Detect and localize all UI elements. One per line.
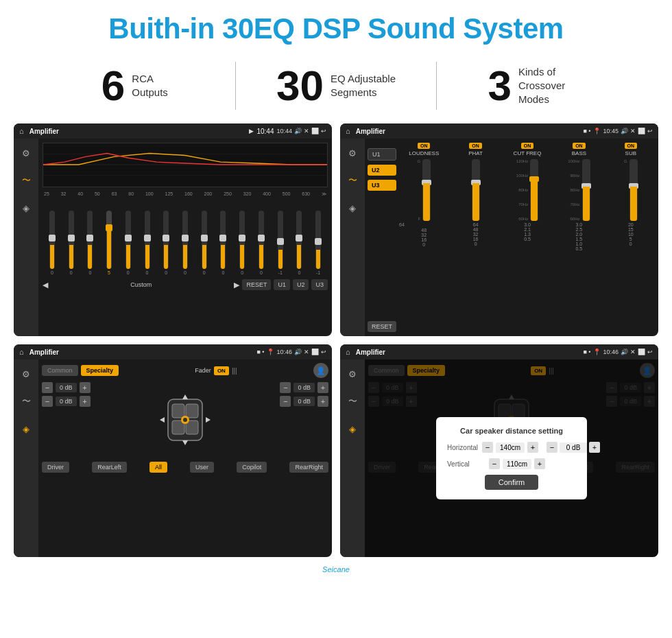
driver-btn-3[interactable]: Driver [42,462,69,473]
screen1-title: Amplifier [29,128,247,135]
vertical-minus[interactable]: − [489,458,500,469]
sub-slider[interactable] [629,159,638,221]
stat-rca: 6 RCAOutputs [41,64,228,107]
stat-crossover-label: Kinds ofCrossover Modes [518,65,587,107]
sub-control: ON SUB G 20 15 1 [606,143,656,332]
cutfreq-freq-labels: 120Hz100Hz80Hz70Hz60Hz [516,159,528,221]
db-plus-rl[interactable]: + [80,396,91,407]
sidebar-eq-icon-3[interactable]: ⚙ [17,365,35,383]
db-minus-rl[interactable]: − [42,396,53,407]
eq-slider-5[interactable]: 0 [139,211,156,275]
db-minus-fr[interactable]: − [280,382,291,393]
eq-slider-1[interactable]: 0 [63,211,80,275]
horizontal-minus[interactable]: − [482,442,493,453]
sidebar-wave-icon-2[interactable]: 〜 [344,172,361,189]
dialog-minus-h[interactable]: − [547,442,557,453]
bass-on[interactable]: ON [573,143,586,149]
copilot-btn-3[interactable]: Copilot [237,462,267,473]
db-minus-rr[interactable]: − [280,396,291,407]
eq-slider-4[interactable]: 0 [120,211,136,275]
prev-button[interactable]: ◀ [43,281,48,290]
stats-row: 6 RCAOutputs 30 EQ AdjustableSegments 3 … [0,52,672,119]
confirm-button[interactable]: Confirm [485,475,539,490]
left-sidebar-3: ⚙ 〜 ◈ [14,359,38,557]
u1-button[interactable]: U1 [274,279,290,290]
fader-top: Common Specialty Fader ON ||| 👤 [42,363,328,378]
sidebar-speaker-icon-3[interactable]: ◈ [17,420,35,438]
home-icon-3[interactable]: ⌂ [19,348,24,356]
eq-slider-9[interactable]: 0 [215,211,232,275]
screen-fader-dialog: ⌂ Amplifier ■ • 📍 10:46 🔊 ✕ ⬜ ↩ ⚙ 〜 ◈ [340,344,658,557]
sub-freq-labels: G [624,159,627,221]
sidebar-speaker-icon-4[interactable]: ◈ [344,420,361,438]
speaker-diagram-svg [147,382,223,458]
loudness-slider[interactable] [422,159,431,221]
sidebar-speaker-icon-2[interactable]: ◈ [344,199,361,217]
reset-label-2[interactable]: RESET [368,321,396,332]
u3-label[interactable]: U3 [368,180,396,191]
eq-slider-14[interactable]: -1 [310,211,326,275]
rearleft-btn-3[interactable]: RearLeft [92,462,127,473]
horizontal-plus[interactable]: + [527,442,538,453]
window-icon-2: ⬜ [638,128,645,134]
close-icon-1: ✕ [304,128,309,134]
eq-slider-13[interactable]: 0 [291,211,308,275]
eq-slider-7[interactable]: 0 [177,211,193,275]
u1-label[interactable]: U1 [368,148,396,161]
phat-label: PHAT [468,150,483,156]
fader-dialog-main: Common Specialty ON ||| 👤 − 0 dB [365,359,658,557]
cutfreq-on[interactable]: ON [521,143,534,149]
back-icon-4: ↩ [647,348,653,355]
eq-freq-labels: 2532405063 80100125160200 25032040050063… [43,191,328,197]
fader-on-toggle[interactable]: ON [214,366,229,375]
eq-slider-3[interactable]: 5 [101,211,117,275]
eq-slider-11[interactable]: 0 [253,211,269,275]
eq-slider-6[interactable]: 0 [158,211,174,275]
u2-button[interactable]: U2 [293,279,309,290]
back-icon-1: ↩ [321,128,326,134]
db-minus-fl[interactable]: − [42,382,53,393]
bottom-btns-3: Driver RearLeft All User Copilot RearRig… [42,462,328,473]
sidebar-wave-icon-3[interactable]: 〜 [17,392,35,410]
db-plus-rr[interactable]: + [317,396,328,407]
home-icon-2[interactable]: ⌂ [346,127,350,135]
eq-slider-2[interactable]: 0 [82,211,98,275]
reset-button[interactable]: RESET [242,279,271,290]
sidebar-eq-icon[interactable]: ⚙ [17,144,35,162]
sidebar-eq-icon-4[interactable]: ⚙ [344,365,361,383]
common-tab-3[interactable]: Common [42,365,78,376]
user-btn-3[interactable]: User [190,462,214,473]
home-icon-1[interactable]: ⌂ [19,127,24,135]
home-icon-4[interactable]: ⌂ [346,348,350,356]
rearright-btn-3[interactable]: RearRight [289,462,328,473]
u3-button[interactable]: U3 [311,279,328,290]
stat-rca-number: 6 [101,64,125,107]
dialog-plus-h[interactable]: + [589,442,600,453]
sidebar-wave-icon-4[interactable]: 〜 [344,392,361,410]
all-btn-3[interactable]: All [149,462,167,473]
next-button[interactable]: ▶ [234,281,239,290]
sidebar-wave-icon[interactable]: 〜 [17,172,35,189]
phat-on[interactable]: ON [469,143,482,149]
phat-slider[interactable] [472,159,480,221]
eq-slider-0[interactable]: 0 [44,211,60,275]
sidebar-speaker-icon[interactable]: ◈ [17,199,35,217]
cutfreq-slider[interactable] [530,159,538,221]
profile-icon[interactable]: 👤 [313,363,328,378]
eq-slider-12[interactable]: -1 [272,211,289,275]
vertical-plus[interactable]: + [534,458,545,469]
sub-on[interactable]: ON [625,143,638,149]
eq-mode-label: Custom [51,281,231,288]
db-row-rr: − 0 dB + [280,396,328,407]
svg-rect-5 [172,404,184,418]
eq-bottom-bar: ◀ Custom ▶ RESET U1 U2 U3 [43,279,328,290]
bass-slider[interactable] [582,159,590,221]
eq-slider-8[interactable]: 0 [196,211,213,275]
sidebar-eq-icon-2[interactable]: ⚙ [344,144,361,162]
eq-slider-10[interactable]: 0 [234,211,250,275]
db-plus-fl[interactable]: + [80,382,91,393]
u2-label[interactable]: U2 [368,165,396,176]
loudness-on[interactable]: ON [418,143,431,149]
db-plus-fr[interactable]: + [317,382,328,393]
specialty-tab-3[interactable]: Specialty [81,365,119,376]
